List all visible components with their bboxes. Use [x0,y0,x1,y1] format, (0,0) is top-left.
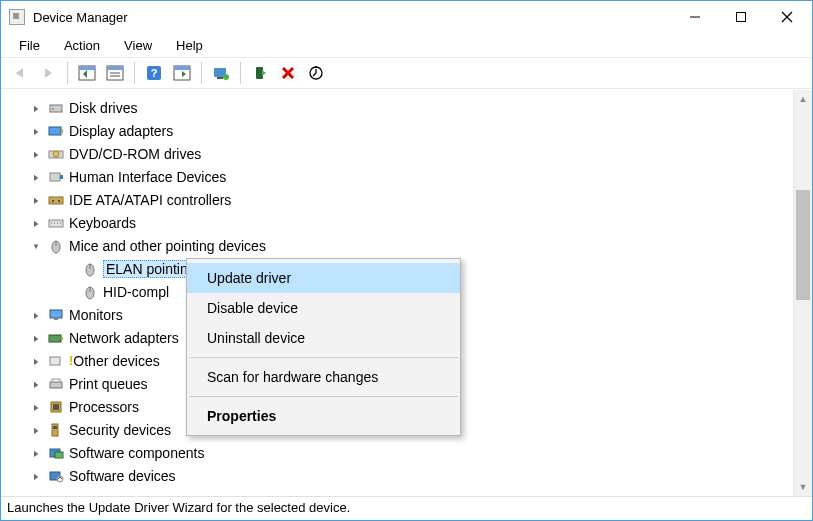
tree-node-software-dev[interactable]: Software devices [1,464,793,487]
tree-label: IDE ATA/ATAPI controllers [69,192,231,208]
svg-rect-5 [79,66,95,70]
scroll-down-button[interactable]: ▼ [794,478,812,496]
toolbar-separator [201,62,202,84]
svg-rect-24 [61,129,63,133]
ctx-label: Properties [207,408,276,424]
tree-node-keyboards[interactable]: Keyboards [1,211,793,234]
mouse-icon [81,283,99,301]
svg-rect-13 [174,66,190,70]
svg-rect-23 [49,127,61,135]
network-adapter-icon [47,329,65,347]
enable-device-button[interactable] [247,60,273,86]
chevron-right-icon[interactable] [29,355,43,366]
arrow-left-icon [12,65,28,81]
svg-rect-47 [50,357,60,365]
chevron-right-icon[interactable] [29,125,43,136]
svg-point-31 [58,199,60,201]
chevron-right-icon[interactable] [29,332,43,343]
chevron-right-icon[interactable] [29,378,43,389]
chevron-down-icon[interactable] [29,240,43,251]
svg-text:?: ? [151,67,158,79]
scan-for-changes-button[interactable] [303,60,329,86]
minimize-button[interactable] [672,1,718,33]
printer-icon [47,375,65,393]
svg-rect-46 [61,337,63,340]
panel-icon [78,65,96,81]
menu-file[interactable]: File [9,36,50,55]
svg-rect-15 [217,77,223,79]
ctx-disable-device[interactable]: Disable device [187,293,460,323]
toolbar: ? [1,57,812,89]
menu-help[interactable]: Help [166,36,213,55]
tree-node-display-adapters[interactable]: Display adapters [1,119,793,142]
vertical-scrollbar[interactable]: ▲ ▼ [794,90,812,496]
tree-label: Software devices [69,468,176,484]
chevron-right-icon[interactable] [29,401,43,412]
tree-label: Security devices [69,422,171,438]
toolbar-separator [67,62,68,84]
chevron-right-icon[interactable] [29,102,43,113]
tree-label: Display adapters [69,123,173,139]
properties-button[interactable] [102,60,128,86]
svg-rect-51 [53,404,59,410]
ctx-update-driver[interactable]: Update driver [187,263,460,293]
ctx-uninstall-device[interactable]: Uninstall device [187,323,460,353]
menu-action[interactable]: Action [54,36,110,55]
update-driver-button[interactable] [208,60,234,86]
disk-drive-icon [47,99,65,117]
scroll-up-button[interactable]: ▲ [794,90,812,108]
tree-label: DVD/CD-ROM drives [69,146,201,162]
chevron-right-icon[interactable] [29,171,43,182]
scan-button[interactable] [169,60,195,86]
tree-node-mice[interactable]: Mice and other pointing devices [1,234,793,257]
tree-node-hid[interactable]: Human Interface Devices [1,165,793,188]
svg-rect-1 [737,13,746,22]
svg-rect-52 [52,424,58,436]
ctx-separator [189,357,458,358]
ide-controller-icon [47,191,65,209]
tree-label: Other devices [73,353,159,369]
chevron-right-icon[interactable] [29,447,43,458]
enable-icon [252,65,268,81]
titlebar: Device Manager [1,1,812,33]
tree-node-ide[interactable]: IDE ATA/ATAPI controllers [1,188,793,211]
svg-rect-49 [52,379,60,382]
device-tree[interactable]: Disk drives Display adapters DVD/CD-ROM … [1,90,794,496]
toolbar-separator [134,62,135,84]
forward-button[interactable] [35,60,61,86]
dvd-drive-icon [47,145,65,163]
chevron-right-icon[interactable] [29,424,43,435]
ctx-properties[interactable]: Properties [187,401,460,431]
tree-node-dvd[interactable]: DVD/CD-ROM drives [1,142,793,165]
svg-point-26 [53,151,59,157]
help-icon: ? [146,65,162,81]
menu-view[interactable]: View [114,36,162,55]
svg-point-16 [223,74,229,80]
back-button[interactable] [7,60,33,86]
ctx-scan-for-changes[interactable]: Scan for hardware changes [187,362,460,392]
help-button[interactable]: ? [141,60,167,86]
show-hide-button[interactable] [74,60,100,86]
chevron-right-icon[interactable] [29,470,43,481]
tree-label: Print queues [69,376,148,392]
svg-rect-7 [107,66,123,70]
other-device-icon [47,352,65,370]
tree-node-disk-drives[interactable]: Disk drives [1,96,793,119]
tree-node-software-comp[interactable]: Software components [1,441,793,464]
chevron-right-icon[interactable] [29,217,43,228]
maximize-button[interactable] [718,1,764,33]
chevron-right-icon[interactable] [29,309,43,320]
scan-icon [173,65,191,81]
toolbar-separator [240,62,241,84]
status-text: Launches the Update Driver Wizard for th… [7,500,350,515]
uninstall-button[interactable] [275,60,301,86]
svg-rect-55 [55,452,63,458]
chevron-right-icon[interactable] [29,148,43,159]
svg-point-22 [52,108,54,110]
chevron-right-icon[interactable] [29,194,43,205]
close-button[interactable] [764,1,810,33]
update-driver-icon [212,65,230,81]
app-icon [9,9,25,25]
scrollbar-thumb[interactable] [796,190,810,300]
svg-rect-28 [60,175,63,179]
